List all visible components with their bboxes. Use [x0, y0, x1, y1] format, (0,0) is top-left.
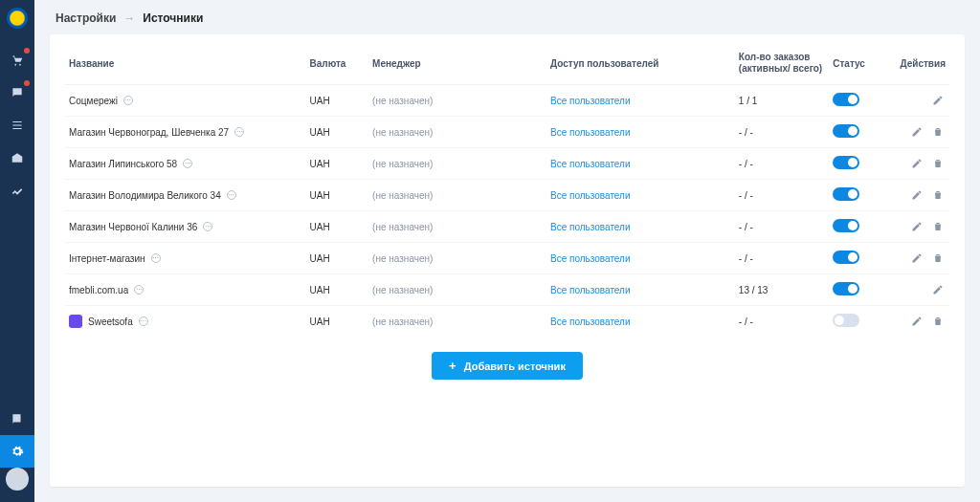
access-link[interactable]: Все пользователи [550, 190, 631, 201]
manager-cell: (не назначен) [368, 243, 546, 274]
currency-cell: UAH [306, 180, 369, 211]
edit-icon[interactable] [909, 187, 924, 203]
status-toggle[interactable] [833, 187, 859, 201]
info-icon[interactable]: ⋯ [134, 285, 144, 295]
edit-icon[interactable] [909, 156, 924, 171]
source-name[interactable]: Магазин Володимира Великого 34 [69, 190, 221, 201]
delete-icon[interactable] [930, 187, 946, 203]
currency-cell: UAH [306, 243, 369, 274]
orders-cell: - / - [735, 180, 829, 211]
col-name: Название [65, 44, 306, 85]
source-name[interactable]: Магазин Червоноград, Шевченка 27 [69, 127, 229, 138]
orders-cell: - / - [735, 148, 829, 180]
source-name[interactable]: Магазин Липинського 58 [69, 159, 177, 169]
access-link[interactable]: Все пользователи [550, 96, 631, 106]
edit-icon[interactable] [930, 93, 946, 108]
info-icon[interactable]: ⋯ [203, 222, 212, 231]
info-icon[interactable]: ⋯ [183, 159, 192, 168]
table-row: fmebli.com.ua⋯UAH(не назначен)Все пользо… [65, 274, 949, 306]
plus-icon: + [449, 360, 457, 372]
user-avatar[interactable] [6, 468, 29, 491]
manager-cell: (не назначен) [368, 85, 546, 117]
info-icon[interactable]: ⋯ [234, 127, 244, 137]
orders-cell: 13 / 13 [735, 274, 829, 306]
table-row: Магазин Червоноград, Шевченка 27⋯UAH(не … [65, 117, 949, 148]
access-link[interactable]: Все пользователи [550, 285, 631, 295]
edit-icon[interactable] [909, 219, 924, 234]
main-content: Настройки → Источники Название Валюта Ме… [34, 0, 980, 502]
chevron-right-icon: → [123, 11, 135, 25]
nav-settings[interactable] [0, 435, 34, 468]
access-link[interactable]: Все пользователи [550, 253, 631, 264]
manager-cell: (не назначен) [368, 117, 546, 148]
breadcrumb-current: Источники [143, 11, 203, 25]
svg-point-1 [19, 64, 21, 66]
edit-icon[interactable] [909, 124, 924, 140]
sources-card: Название Валюта Менеджер Доступ пользова… [50, 34, 965, 487]
edit-icon[interactable] [909, 314, 924, 329]
status-toggle[interactable] [833, 251, 859, 264]
col-manager: Менеджер [368, 44, 546, 85]
delete-icon[interactable] [930, 251, 946, 266]
notification-dot-icon [24, 48, 30, 54]
orders-cell: - / - [735, 117, 829, 148]
table-row: Магазин Липинського 58⋯UAH(не назначен)В… [65, 148, 949, 180]
source-name[interactable]: Інтернет-магазин [69, 253, 145, 264]
source-name[interactable]: Sweetsofa [88, 316, 133, 327]
sidebar [0, 0, 34, 502]
app-logo [7, 8, 28, 29]
nav-tasks[interactable] [0, 109, 34, 142]
add-source-button[interactable]: + Добавить источник [432, 352, 583, 380]
currency-cell: UAH [306, 274, 369, 306]
status-toggle[interactable] [833, 156, 859, 169]
nav-chat[interactable] [0, 76, 34, 109]
access-link[interactable]: Все пользователи [550, 316, 631, 327]
nav-cart[interactable] [0, 44, 34, 76]
access-link[interactable]: Все пользователи [550, 127, 631, 138]
currency-cell: UAH [306, 211, 369, 243]
col-access: Доступ пользователей [546, 44, 735, 85]
delete-icon[interactable] [930, 156, 946, 171]
sources-table: Название Валюта Менеджер Доступ пользова… [65, 44, 949, 337]
currency-cell: UAH [306, 117, 369, 148]
edit-icon[interactable] [930, 282, 946, 297]
nav-help[interactable] [0, 403, 34, 435]
source-name[interactable]: Магазин Червоної Калини 36 [69, 222, 197, 232]
status-toggle[interactable] [833, 282, 859, 295]
info-icon[interactable]: ⋯ [151, 253, 161, 263]
table-row: Магазин Володимира Великого 34⋯UAH(не на… [65, 180, 949, 211]
access-link[interactable]: Все пользователи [550, 222, 631, 232]
table-row: Магазин Червоної Калини 36⋯UAH(не назнач… [65, 211, 949, 243]
delete-icon[interactable] [930, 314, 946, 329]
col-actions: Действия [892, 44, 949, 85]
delete-icon[interactable] [930, 219, 946, 234]
add-source-label: Добавить источник [464, 360, 566, 372]
table-row: Соцмережі⋯UAH(не назначен)Все пользовате… [65, 85, 949, 117]
status-toggle[interactable] [833, 93, 859, 106]
orders-cell: 1 / 1 [735, 85, 829, 117]
info-icon[interactable]: ⋯ [227, 190, 236, 200]
edit-icon[interactable] [909, 251, 924, 266]
source-name[interactable]: Соцмережі [69, 96, 118, 106]
currency-cell: UAH [306, 148, 369, 180]
notification-dot-icon [24, 80, 30, 86]
status-toggle[interactable] [833, 219, 859, 232]
manager-cell: (не назначен) [368, 180, 546, 211]
manager-cell: (не назначен) [368, 306, 546, 338]
table-row: Sweetsofa⋯UAH(не назначен)Все пользовате… [65, 306, 949, 338]
source-name[interactable]: fmebli.com.ua [69, 285, 128, 295]
delete-icon[interactable] [930, 124, 946, 140]
nav-analytics[interactable] [0, 174, 34, 207]
col-currency: Валюта [306, 44, 369, 85]
manager-cell: (не назначен) [368, 148, 546, 180]
nav-warehouse[interactable] [0, 142, 34, 174]
status-toggle[interactable] [833, 124, 859, 138]
breadcrumb-parent[interactable]: Настройки [56, 11, 116, 25]
info-icon[interactable]: ⋯ [123, 96, 133, 105]
manager-cell: (не назначен) [368, 274, 546, 306]
svg-point-0 [14, 64, 16, 66]
info-icon[interactable]: ⋯ [139, 316, 148, 326]
status-toggle[interactable] [833, 314, 859, 327]
access-link[interactable]: Все пользователи [550, 159, 631, 169]
currency-cell: UAH [306, 306, 369, 338]
